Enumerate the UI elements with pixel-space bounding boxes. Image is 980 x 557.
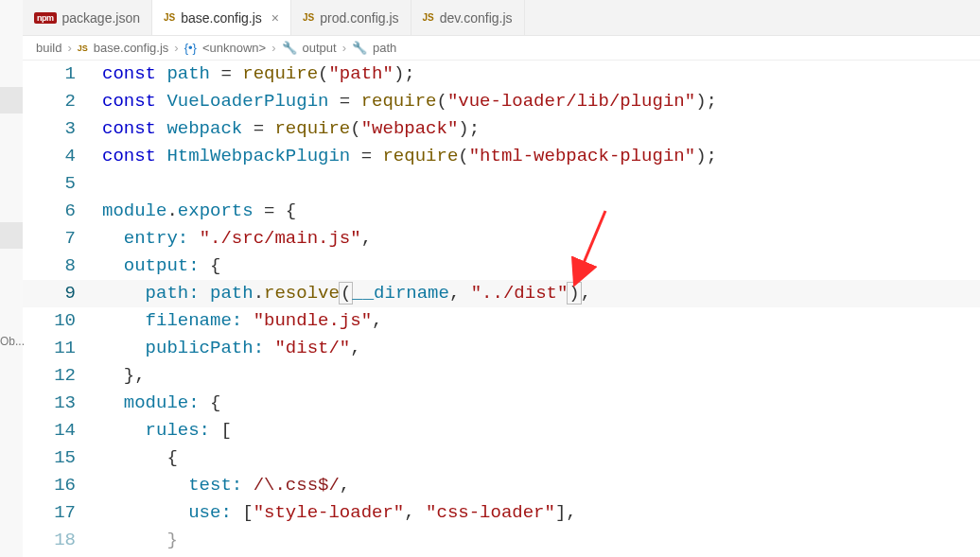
line-number: 17 (23, 499, 102, 527)
js-icon: JS (303, 12, 314, 23)
code-line[interactable]: 6 module.exports = { (23, 198, 980, 225)
breadcrumb[interactable]: build › JS base.config.js › {•} <unknown… (23, 36, 980, 61)
breadcrumb-folder[interactable]: build (36, 41, 61, 55)
line-number: 8 (23, 252, 102, 280)
left-mark (0, 222, 23, 249)
tab-label: package.json (62, 10, 141, 26)
sidebar-label: Ob... (0, 335, 25, 348)
wrench-icon: 🔧 (282, 41, 297, 55)
code-line[interactable]: 10 filename: "bundle.js", (23, 307, 980, 335)
close-icon[interactable]: × (271, 10, 279, 26)
breadcrumb-file[interactable]: base.config.js (94, 41, 169, 55)
editor-tabs: npm package.json JS base.config.js × JS … (23, 0, 980, 36)
line-number: 4 (23, 143, 102, 170)
npm-icon: npm (34, 12, 57, 24)
code-line[interactable]: 5 (23, 170, 980, 198)
line-number: 7 (23, 225, 102, 252)
line-number: 11 (23, 335, 102, 362)
chevron-right-icon: › (174, 41, 178, 55)
chevron-right-icon: › (67, 41, 71, 55)
code-line[interactable]: 11 publicPath: "dist/", (23, 335, 980, 362)
chevron-right-icon: › (271, 41, 275, 55)
breadcrumb-namespace[interactable]: <unknown> (202, 41, 266, 55)
breadcrumb-prop[interactable]: output (303, 41, 337, 55)
code-line[interactable]: 15 { (23, 444, 980, 472)
line-number: 6 (23, 198, 102, 225)
code-line[interactable]: 7 entry: "./src/main.js", (23, 225, 980, 252)
code-line[interactable]: 9 path: path.resolve(__dirname, "../dist… (23, 280, 980, 307)
code-line[interactable]: 8 output: { (23, 252, 980, 280)
line-number: 3 (23, 115, 102, 143)
line-number: 2 (23, 88, 102, 115)
tab-prod-config[interactable]: JS prod.config.js (291, 0, 411, 35)
line-number: 1 (23, 61, 102, 88)
line-number: 9 (23, 280, 102, 307)
wrench-icon: 🔧 (352, 41, 367, 55)
code-line[interactable]: 4 const HtmlWebpackPlugin = require("htm… (23, 143, 980, 170)
chevron-right-icon: › (342, 41, 346, 55)
code-editor[interactable]: 1 const path = require("path"); 2 const … (23, 61, 980, 554)
breadcrumb-prop[interactable]: path (373, 41, 396, 55)
code-line[interactable]: 18 } (23, 527, 980, 554)
tab-label: prod.config.js (320, 10, 398, 26)
tab-package-json[interactable]: npm package.json (23, 0, 152, 35)
line-number: 14 (23, 417, 102, 444)
code-line[interactable]: 3 const webpack = require("webpack"); (23, 115, 980, 143)
js-icon: JS (78, 44, 88, 53)
namespace-icon: {•} (184, 41, 197, 55)
code-line[interactable]: 16 test: /\.css$/, (23, 472, 980, 499)
js-icon: JS (423, 12, 434, 23)
code-line[interactable]: 1 const path = require("path"); (23, 61, 980, 88)
line-number: 18 (23, 527, 102, 554)
line-number: 10 (23, 307, 102, 335)
code-line[interactable]: 17 use: ["style-loader", "css-loader"], (23, 499, 980, 527)
line-number: 5 (23, 170, 102, 198)
tab-base-config[interactable]: JS base.config.js × (152, 0, 291, 35)
activity-bar (0, 0, 23, 557)
bracket-highlight: ( (339, 282, 353, 305)
tab-label: dev.config.js (440, 10, 513, 26)
line-number: 15 (23, 444, 102, 472)
code-line[interactable]: 14 rules: [ (23, 417, 980, 444)
bracket-highlight: ) (567, 282, 581, 305)
tab-label: base.config.js (181, 10, 262, 26)
line-number: 12 (23, 362, 102, 390)
code-line[interactable]: 12 }, (23, 362, 980, 390)
code-line[interactable]: 2 const VueLoaderPlugin = require("vue-l… (23, 88, 980, 115)
tab-dev-config[interactable]: JS dev.config.js (411, 0, 525, 35)
left-mark (0, 87, 23, 113)
line-number: 13 (23, 390, 102, 417)
line-number: 16 (23, 472, 102, 499)
js-icon: JS (164, 12, 175, 23)
code-line[interactable]: 13 module: { (23, 390, 980, 417)
